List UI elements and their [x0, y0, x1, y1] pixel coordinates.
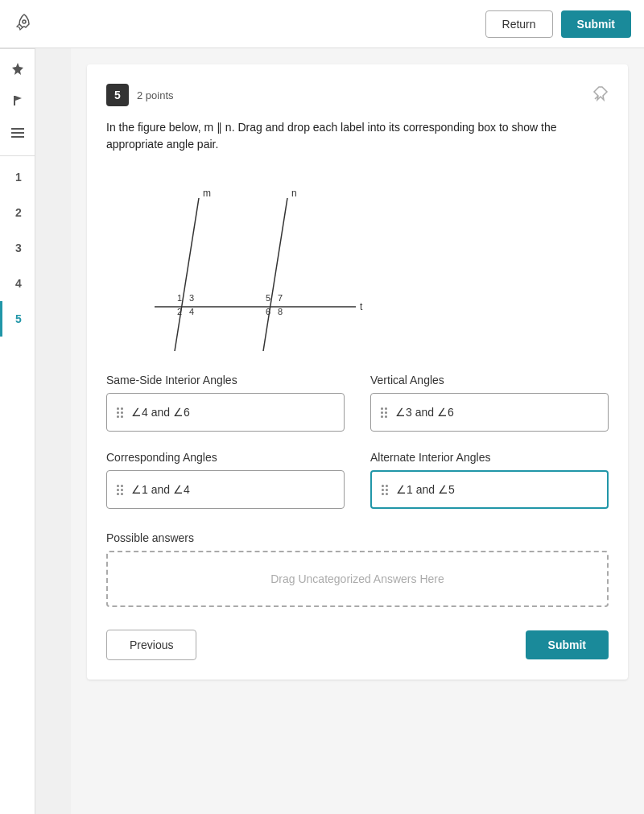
- return-button[interactable]: Return: [485, 10, 553, 38]
- pin-icon[interactable]: [592, 85, 609, 105]
- category-alternate-interior: Alternate Interior Angles ∠1 and ∠5: [370, 451, 609, 509]
- category-vertical-label: Vertical Angles: [370, 374, 609, 386]
- diagram: t m n 1 3 2 4 5 7: [106, 166, 609, 354]
- svg-text:2: 2: [177, 307, 182, 316]
- answer-box-corresponding[interactable]: ∠1 and ∠4: [106, 470, 345, 509]
- sidebar-pin-icon[interactable]: [3, 54, 32, 83]
- sidebar-item-5[interactable]: 5: [0, 301, 35, 337]
- svg-rect-5: [14, 96, 15, 105]
- drag-handle-same-side[interactable]: [117, 407, 123, 418]
- svg-text:m: m: [203, 188, 211, 199]
- sidebar-item-3[interactable]: 3: [0, 230, 35, 266]
- question-text: In the figure below, m ∥ n. Drag and dro…: [106, 119, 609, 153]
- svg-text:3: 3: [189, 293, 194, 303]
- answer-text-alternate-interior: ∠1 and ∠5: [396, 483, 455, 496]
- answer-text-corresponding: ∠1 and ∠4: [131, 483, 190, 496]
- category-vertical: Vertical Angles ∠3 and ∠6: [370, 374, 609, 432]
- sidebar-flag-icon[interactable]: [3, 86, 32, 115]
- drag-handle-corresponding[interactable]: [117, 485, 123, 495]
- svg-line-12: [175, 198, 199, 351]
- category-alternate-interior-label: Alternate Interior Angles: [370, 451, 609, 464]
- category-same-side: Same-Side Interior Angles ∠4 and ∠6: [106, 374, 345, 432]
- header-logo: [13, 11, 35, 37]
- answer-box-vertical[interactable]: ∠3 and ∠6: [370, 393, 609, 432]
- main-content: 5 2 points In the figure below, m ∥ n. D…: [71, 48, 644, 814]
- svg-text:4: 4: [189, 307, 194, 316]
- category-corresponding: Corresponding Angles ∠1 and ∠4: [106, 451, 345, 509]
- sidebar-item-2[interactable]: 2: [0, 195, 35, 230]
- possible-answers-label: Possible answers: [106, 531, 609, 544]
- svg-point-0: [23, 20, 26, 23]
- header: Return Submit: [0, 0, 644, 48]
- submit-button-footer[interactable]: Submit: [526, 630, 609, 659]
- drag-handle-alternate-interior[interactable]: [382, 485, 388, 495]
- sidebar: 1 2 3 4 5: [0, 0, 35, 814]
- answer-box-same-side[interactable]: ∠4 and ∠6: [106, 393, 345, 432]
- svg-text:7: 7: [278, 293, 283, 303]
- svg-text:5: 5: [266, 293, 270, 303]
- header-actions: Return Submit: [485, 10, 631, 38]
- sidebar-item-4[interactable]: 4: [0, 266, 35, 301]
- drop-placeholder: Drag Uncategorized Answers Here: [270, 572, 444, 585]
- svg-text:t: t: [360, 301, 363, 312]
- answer-text-same-side: ∠4 and ∠6: [131, 406, 190, 419]
- svg-rect-6: [11, 128, 24, 130]
- answer-grid: Same-Side Interior Angles ∠4 and ∠6 Vert…: [106, 374, 609, 509]
- svg-rect-8: [11, 136, 24, 138]
- svg-rect-7: [11, 132, 24, 134]
- svg-line-14: [263, 198, 287, 351]
- sidebar-list-icon[interactable]: [3, 118, 32, 147]
- category-same-side-label: Same-Side Interior Angles: [106, 374, 345, 386]
- svg-text:6: 6: [266, 307, 270, 316]
- answer-text-vertical: ∠3 and ∠6: [395, 406, 454, 419]
- svg-text:8: 8: [278, 307, 283, 316]
- previous-button[interactable]: Previous: [106, 630, 196, 660]
- sidebar-item-1[interactable]: 1: [0, 159, 35, 195]
- drag-handle-vertical[interactable]: [381, 407, 387, 418]
- question-card: 5 2 points In the figure below, m ∥ n. D…: [87, 64, 628, 680]
- question-number: 5: [106, 84, 129, 106]
- drop-zone[interactable]: Drag Uncategorized Answers Here: [106, 551, 609, 607]
- question-header: 5 2 points: [106, 84, 609, 106]
- svg-text:1: 1: [177, 293, 182, 303]
- footer: Previous Submit: [106, 630, 609, 660]
- svg-text:n: n: [291, 188, 297, 199]
- category-corresponding-label: Corresponding Angles: [106, 451, 345, 464]
- question-points: 2 points: [137, 89, 174, 101]
- answer-box-alternate-interior[interactable]: ∠1 and ∠5: [370, 470, 609, 509]
- submit-button-header[interactable]: Submit: [561, 10, 631, 38]
